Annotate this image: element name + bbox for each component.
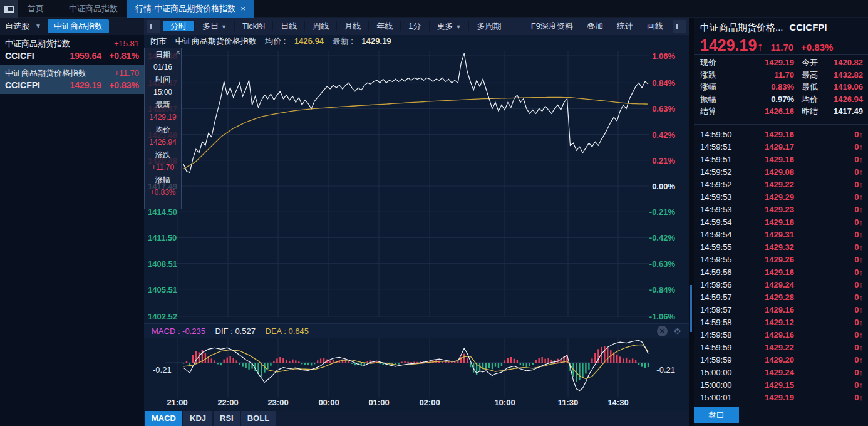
trade-price: 1429.28 <box>738 291 794 304</box>
chart-toolbar: 分时多日▼Tick图日线周线月线年线1分更多▼多周期 F9深度资料叠加统计画线 <box>144 18 689 35</box>
macd-histogram-bar <box>501 363 502 366</box>
instrument-change: +11.70 <box>115 67 139 80</box>
toolbar-分时[interactable]: 分时 <box>163 21 195 31</box>
macd-histogram-bar <box>248 363 249 370</box>
tab-close-icon[interactable]: × <box>240 4 245 13</box>
tab-quote-active[interactable]: 行情-中证商品期货价格指数× <box>127 0 254 18</box>
toolbar-日线[interactable]: 日线 <box>273 21 305 31</box>
chevron-down-icon[interactable]: ▼ <box>35 18 41 35</box>
instrument-change: +15.81 <box>114 38 139 50</box>
toolbar-周线[interactable]: 周线 <box>305 21 337 31</box>
macd-chart-svg[interactable]: -0.21-0.21 <box>144 338 689 397</box>
trade-row: 15:00:001429.240↑ <box>694 366 868 379</box>
macd-histogram-bar <box>638 363 639 365</box>
macd-value: MACD : -0.235 <box>152 326 205 336</box>
up-arrow-icon: ↑ <box>859 130 864 139</box>
quote-change: 11.70 <box>770 42 793 53</box>
price-chart-area[interactable]: 1432.461.06%1429.470.84%1426.470.63%1423… <box>144 48 689 321</box>
collapse-left-icon[interactable] <box>147 20 160 33</box>
collapse-right-icon[interactable] <box>673 20 686 33</box>
macd-histogram-bar <box>470 363 471 367</box>
indicator-tab-BOLL[interactable]: BOLL <box>241 411 276 426</box>
indicator-tab-RSI[interactable]: RSI <box>214 411 240 426</box>
macd-histogram-bar <box>205 353 206 363</box>
toolbar-叠加[interactable]: 叠加 <box>580 21 610 31</box>
pankou-button[interactable]: 盘口 <box>694 407 739 423</box>
app-window: 首页 中证商品指数 行情-中证商品期货价格指数× 自选股 ▼ 中证商品指数 中证… <box>0 0 868 426</box>
macd-histogram-bar <box>463 354 465 363</box>
macd-histogram-bar <box>267 363 268 369</box>
macd-histogram-bar <box>541 357 542 363</box>
up-arrow-icon: ↑ <box>859 167 864 177</box>
macd-histogram-bar <box>307 363 309 365</box>
macd-histogram-bar <box>282 358 284 363</box>
avg-value: 1426.94 <box>294 36 324 46</box>
trade-time: 14:59:58 <box>700 316 732 329</box>
pct-axis-label: -0.21% <box>649 207 676 217</box>
toolbar-月线[interactable]: 月线 <box>337 21 369 31</box>
toolbar-F9深度资料[interactable]: F9深度资料 <box>524 21 580 31</box>
toolbar-统计[interactable]: 统计 <box>610 21 640 31</box>
tooltip-close-icon[interactable]: × <box>175 48 180 57</box>
trade-row: 14:59:561429.240↑ <box>694 279 868 291</box>
macd-histogram-bar <box>333 360 334 363</box>
trade-price: 1429.18 <box>738 216 794 229</box>
trade-price: 1429.32 <box>738 241 794 254</box>
top-tab-bar: 首页 中证商品指数 行情-中证商品期货价格指数× <box>0 0 868 18</box>
macd-histogram-bar <box>585 363 586 373</box>
last-label: 最新 : <box>333 36 353 46</box>
indicator-tab-MACD[interactable]: MACD <box>145 411 182 426</box>
toolbar-年线[interactable]: 年线 <box>369 21 401 31</box>
panel-divider[interactable] <box>689 18 694 426</box>
toolbar-Tick图[interactable]: Tick图 <box>235 21 273 31</box>
trade-volume: 0↑ <box>854 204 863 216</box>
trade-volume: 0↑ <box>854 191 863 204</box>
macd-histogram-bar <box>623 358 624 363</box>
up-arrow-icon: ↑ <box>859 343 864 352</box>
toolbar-1分[interactable]: 1分 <box>401 21 429 31</box>
toolbar-多周期[interactable]: 多周期 <box>469 21 509 31</box>
price-axis-label: 1405.51 <box>148 285 177 294</box>
time-and-sales-list[interactable]: 14:59:501429.160↑14:59:511429.170↑14:59:… <box>694 128 868 404</box>
indicator-close-icon[interactable]: ✕ <box>657 326 668 336</box>
trade-time: 15:00:00 <box>700 379 732 392</box>
watchlist-item-CCICFI[interactable]: 中证商品期货指数+15.81CCICFI1959.64+0.81% <box>0 35 144 65</box>
macd-histogram-bar <box>517 360 518 363</box>
trade-row: 14:59:551429.260↑ <box>694 254 868 266</box>
watchlist-item-CCICFPI[interactable]: 中证商品期货价格指数+11.70CCICFPI1429.19+0.83% <box>0 65 144 94</box>
macd-histogram-bar <box>329 360 331 363</box>
indicator-tab-KDJ[interactable]: KDJ <box>183 411 212 426</box>
watchlist-group-button[interactable]: 中证商品指数 <box>48 19 109 33</box>
up-arrow-icon: ↑ <box>859 380 864 390</box>
gear-icon[interactable]: ⚙ <box>672 326 683 336</box>
price-chart-svg[interactable]: 1432.461.06%1429.470.84%1426.470.63%1423… <box>144 48 689 321</box>
macd-histogram-bar <box>323 358 324 363</box>
macd-histogram-bar <box>416 362 418 363</box>
trade-price: 1429.31 <box>738 229 794 241</box>
toolbar-更多[interactable]: 更多▼ <box>430 21 470 31</box>
watchlist-group-label[interactable]: 自选股 <box>5 18 29 35</box>
tab-csi-commodity-index[interactable]: 中证商品指数 <box>60 0 127 18</box>
up-arrow-icon: ↑ <box>859 318 864 327</box>
trade-price: 1429.24 <box>738 279 794 291</box>
up-arrow-icon: ↑ <box>859 330 864 340</box>
scrollbar-thumb[interactable] <box>690 285 692 332</box>
pct-axis-label: 0.63% <box>652 104 675 113</box>
macd-axis-label-left: -0.21 <box>153 365 172 375</box>
stat-value: 1432.82 <box>807 69 863 81</box>
toolbar-多日[interactable]: 多日▼ <box>195 21 235 31</box>
trade-volume: 0↑ <box>854 304 863 316</box>
trade-price: 1429.20 <box>738 354 794 366</box>
macd-histogram-bar <box>242 363 243 367</box>
panel-toggle-icon[interactable] <box>0 0 18 18</box>
tab-home[interactable]: 首页 <box>19 0 53 18</box>
macd-histogram-bar <box>229 356 230 363</box>
trade-time: 14:59:57 <box>700 304 732 316</box>
macd-histogram-bar <box>629 360 630 363</box>
toolbar-画线[interactable]: 画线 <box>640 21 670 31</box>
macd-histogram-bar <box>367 361 368 363</box>
up-arrow-icon: ↑ <box>859 192 864 202</box>
macd-histogram-bar <box>520 363 521 365</box>
watchlist-sidebar: 自选股 ▼ 中证商品指数 中证商品期货指数+15.81CCICFI1959.64… <box>0 18 144 426</box>
pct-axis-label: 0.84% <box>652 78 675 88</box>
